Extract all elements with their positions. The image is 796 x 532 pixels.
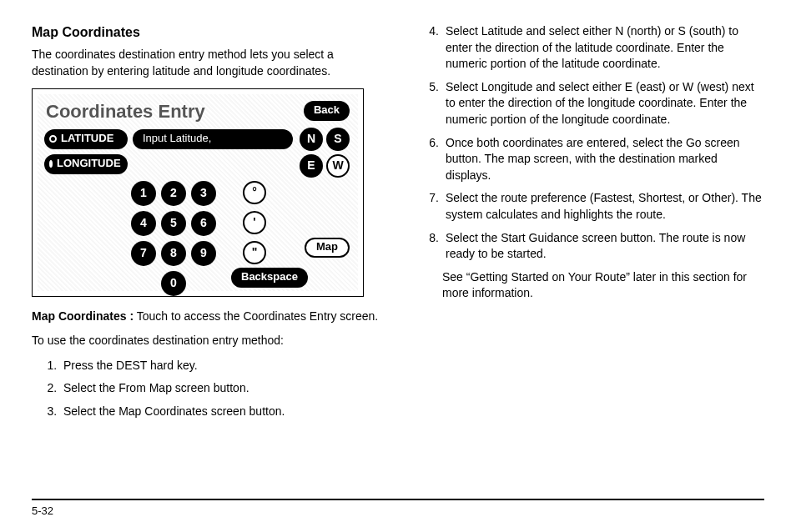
step-number: 4. — [417, 23, 439, 73]
step-7: 7.Select the route preference (Fastest, … — [414, 190, 764, 223]
step-4: 4.Select Latitude and select either N (n… — [414, 23, 764, 73]
figure-caption: Map Coordinates : Touch to access the Co… — [32, 309, 382, 325]
step-text: Select Latitude and select either N (nor… — [446, 23, 764, 73]
degree-button[interactable]: ° — [243, 181, 266, 204]
key-1[interactable]: 1 — [131, 181, 156, 206]
closing-note: See “Getting Started on Your Route” late… — [442, 269, 764, 302]
coordinates-entry-figure: Coordinates Entry Back LATITUDE Input La… — [32, 88, 364, 297]
step-number: 7. — [417, 190, 439, 223]
key-2[interactable]: 2 — [161, 181, 186, 206]
minute-button[interactable]: ' — [243, 211, 266, 234]
step-3: Select the Map Coordinates screen button… — [60, 404, 382, 420]
coordinate-input[interactable]: Input Latitude, — [133, 129, 293, 149]
longitude-button[interactable]: LONGITUDE — [44, 154, 128, 174]
steps-right: 4.Select Latitude and select either N (n… — [414, 23, 764, 263]
caption-text: Touch to access the Coordinates Entry sc… — [134, 309, 378, 323]
key-8[interactable]: 8 — [161, 241, 186, 266]
radio-selected-icon — [49, 160, 53, 168]
key-0[interactable]: 0 — [161, 271, 186, 296]
second-button[interactable]: " — [243, 241, 266, 264]
latitude-label: LATITUDE — [61, 131, 113, 146]
step-6: 6.Once both coordinates are entered, sel… — [414, 135, 764, 184]
map-button[interactable]: Map — [305, 238, 350, 258]
page-footer: 5-32 — [32, 499, 764, 519]
coordinates-entry-screen: Coordinates Entry Back LATITUDE Input La… — [38, 94, 358, 291]
longitude-label: LONGITUDE — [57, 156, 121, 171]
north-button[interactable]: N — [300, 128, 323, 151]
step-5: 5.Select Longitude and select either E (… — [414, 79, 764, 128]
latitude-button[interactable]: LATITUDE — [44, 129, 128, 149]
backspace-button[interactable]: Backspace — [231, 268, 308, 288]
step-number: 8. — [417, 230, 439, 263]
step-number: 5. — [417, 79, 439, 128]
key-3[interactable]: 3 — [191, 181, 216, 206]
key-9[interactable]: 9 — [191, 241, 216, 266]
radio-unselected-icon — [49, 135, 57, 143]
step-text: Select Longitude and select either E (ea… — [446, 79, 764, 128]
caption-term: Map Coordinates : — [32, 309, 134, 323]
key-6[interactable]: 6 — [191, 211, 216, 236]
key-5[interactable]: 5 — [161, 211, 186, 236]
key-4[interactable]: 4 — [131, 211, 156, 236]
page-number: 5-32 — [32, 504, 53, 517]
step-text: Select the Start Guidance screen button.… — [446, 230, 764, 263]
south-button[interactable]: S — [326, 128, 350, 151]
screen-title: Coordinates Entry — [46, 99, 205, 125]
intro-paragraph: The coordinates destination entry method… — [32, 47, 382, 79]
step-8: 8.Select the Start Guidance screen butto… — [414, 230, 764, 263]
back-button[interactable]: Back — [304, 101, 350, 121]
key-7[interactable]: 7 — [131, 241, 156, 266]
lead-in: To use the coordinates destination entry… — [32, 333, 382, 349]
step-text: Select the route preference (Fastest, Sh… — [446, 190, 764, 223]
steps-left: Press the DEST hard key. Select the From… — [32, 358, 382, 420]
step-1: Press the DEST hard key. — [60, 358, 382, 374]
west-button[interactable]: W — [326, 154, 350, 178]
step-2: Select the From Map screen button. — [60, 380, 382, 397]
east-button[interactable]: E — [300, 154, 323, 178]
step-number: 6. — [417, 135, 439, 184]
section-heading: Map Coordinates — [32, 23, 382, 42]
step-text: Once both coordinates are entered, selec… — [446, 135, 764, 184]
